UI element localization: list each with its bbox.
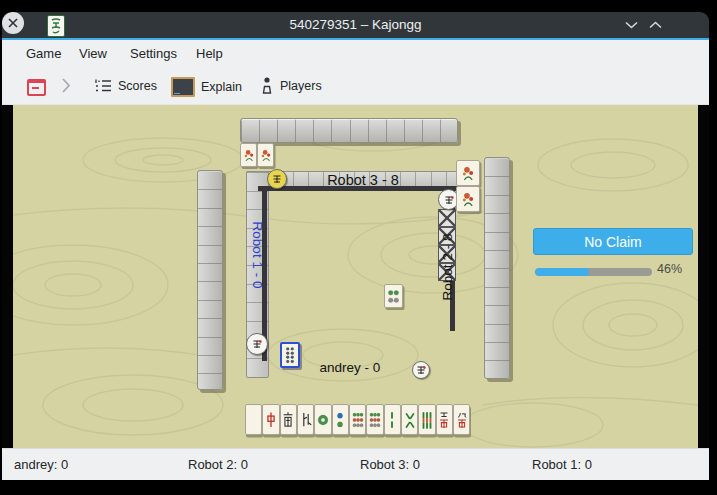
hand-tile-bamboo-8[interactable] [401, 404, 418, 435]
explain-label: Explain [201, 80, 242, 94]
wall-top [240, 118, 458, 143]
abort-game-button[interactable] [27, 79, 46, 96]
hand-tile-circle-9[interactable] [366, 404, 383, 435]
hand-tile-bamboo-9[interactable] [418, 404, 435, 435]
menu-view[interactable]: View [79, 40, 107, 68]
hand-tile-dragon-red[interactable] [262, 404, 279, 435]
discard-tile [384, 284, 403, 308]
game-viewport: Robot 3 - 8 Robot 1 - 0 Robot 2 - 8 andr… [2, 105, 709, 448]
claim-timer-percent: 46% [657, 262, 682, 276]
status-robot1: Robot 1: 0 [532, 449, 592, 480]
hidden-tile [438, 209, 456, 227]
claim-timer-progressbar [535, 268, 652, 276]
scores-icon [94, 77, 112, 94]
hand-tile-circle-1[interactable] [314, 404, 331, 435]
hand-tile-wind-north[interactable] [297, 404, 314, 435]
robot2-flower-meld [456, 160, 480, 212]
player-hand [245, 404, 470, 435]
toolbar: Scores Explain Players [2, 68, 709, 105]
players-button[interactable]: Players [260, 76, 322, 95]
robot3-label: Robot 3 - 8 [293, 172, 433, 188]
andrey-label: andrey - 0 [290, 360, 410, 375]
no-claim-button[interactable]: No Claim [533, 228, 693, 255]
explain-button[interactable]: Explain [171, 77, 242, 97]
player-icon [260, 76, 274, 95]
wind-disc-north [412, 361, 430, 379]
hand-tile-bamboo-2[interactable] [384, 404, 401, 435]
wind-disc-east [267, 169, 287, 189]
status-andrey: andrey: 0 [14, 449, 68, 480]
menubar: Game View Settings Help [2, 40, 709, 68]
meld-tile-flower [240, 143, 257, 167]
game-table: Robot 3 - 8 Robot 1 - 0 Robot 2 - 8 andr… [13, 105, 698, 448]
meld-tile-flower [456, 160, 480, 186]
menu-game[interactable]: Game [26, 40, 61, 68]
scores-button[interactable]: Scores [94, 77, 157, 94]
wall-left [197, 170, 223, 390]
statusbar: andrey: 0 Robot 2: 0 Robot 3: 0 Robot 1:… [2, 448, 709, 480]
robot1-label: Robot 1 - 0 [250, 222, 265, 289]
wood-grain-texture [13, 105, 698, 448]
hand-tile-character-5[interactable] [436, 404, 453, 435]
robot3-flower-meld [240, 143, 274, 167]
titlebar[interactable]: 540279351 – Kajongg [2, 12, 709, 38]
abort-game-icon [27, 79, 46, 96]
hand-tile-circle-9[interactable] [349, 404, 366, 435]
meld-tile-flower [456, 186, 480, 212]
status-robot2: Robot 2: 0 [188, 449, 248, 480]
robot2-label: Robot 2 - 8 [440, 234, 455, 301]
scores-label: Scores [118, 79, 157, 93]
maximize-icon[interactable] [645, 12, 665, 38]
hand-tile-blank[interactable] [245, 404, 262, 435]
kajongg-window: 540279351 – Kajongg Game View Settings H… [2, 12, 709, 480]
menu-settings[interactable]: Settings [130, 40, 177, 68]
window-title: 540279351 – Kajongg [2, 12, 709, 38]
status-robot3: Robot 3: 0 [360, 449, 420, 480]
minimize-icon[interactable] [621, 12, 641, 38]
players-label: Players [280, 79, 322, 93]
wall-right [484, 157, 510, 379]
hand-tile-circle-2[interactable] [332, 404, 349, 435]
meld-tile-flower [257, 143, 274, 167]
next-button[interactable] [61, 78, 71, 93]
hand-tile-character-9[interactable] [453, 404, 470, 435]
menu-help[interactable]: Help [196, 40, 223, 68]
hand-tile-wind-south[interactable] [280, 404, 297, 435]
wind-disc-west [246, 333, 268, 355]
blackboard-icon [171, 77, 195, 97]
